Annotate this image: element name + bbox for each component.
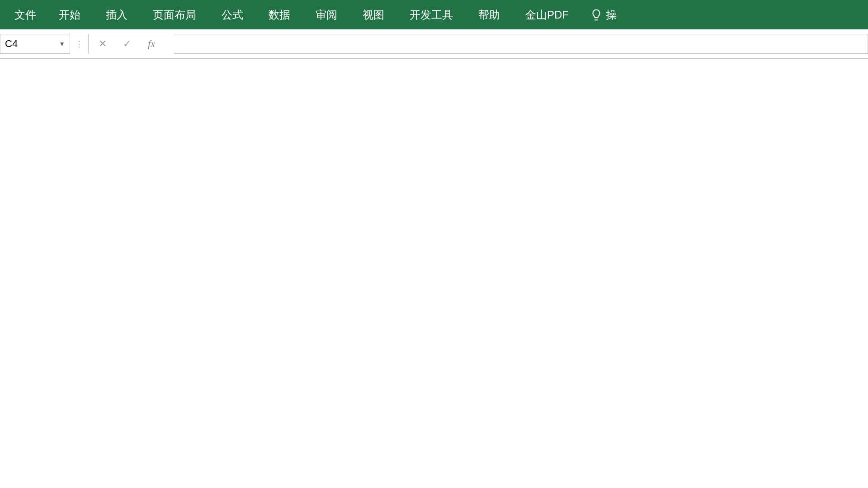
cancel-icon[interactable]: ✕: [97, 38, 108, 50]
formula-bar-buttons: ✕ ✓ fx: [88, 34, 174, 54]
ribbon-tab-view[interactable]: 视图: [350, 0, 397, 29]
lightbulb-icon[interactable]: [590, 8, 603, 22]
fx-icon[interactable]: fx: [146, 38, 157, 50]
ribbon-tab-file[interactable]: 文件: [5, 0, 46, 29]
ribbon-tell-me[interactable]: 操: [603, 0, 619, 29]
ribbon-tab-review[interactable]: 审阅: [303, 0, 350, 29]
formula-bar: C4 ▼ ⋮ ✕ ✓ fx: [0, 29, 868, 59]
ribbon-tab-layout[interactable]: 页面布局: [140, 0, 209, 29]
confirm-icon[interactable]: ✓: [121, 38, 133, 50]
formula-input[interactable]: [174, 34, 868, 54]
ribbon-tab-home[interactable]: 开始: [46, 0, 93, 29]
ribbon-tab-insert[interactable]: 插入: [93, 0, 140, 29]
ribbon-tab-data[interactable]: 数据: [256, 0, 303, 29]
ribbon-tab-formulas[interactable]: 公式: [209, 0, 256, 29]
ribbon-tabs: 文件 开始 插入 页面布局 公式 数据 审阅 视图 开发工具 帮助 金山PDF …: [0, 0, 868, 29]
name-box-value: C4: [5, 38, 59, 50]
ribbon-tab-pdf[interactable]: 金山PDF: [513, 0, 581, 29]
name-box-dropdown-icon[interactable]: ▼: [59, 40, 65, 47]
formula-bar-divider: ⋮: [70, 39, 88, 49]
name-box[interactable]: C4 ▼: [0, 34, 70, 54]
ribbon-tab-developer[interactable]: 开发工具: [397, 0, 466, 29]
ribbon-tab-help[interactable]: 帮助: [466, 0, 513, 29]
